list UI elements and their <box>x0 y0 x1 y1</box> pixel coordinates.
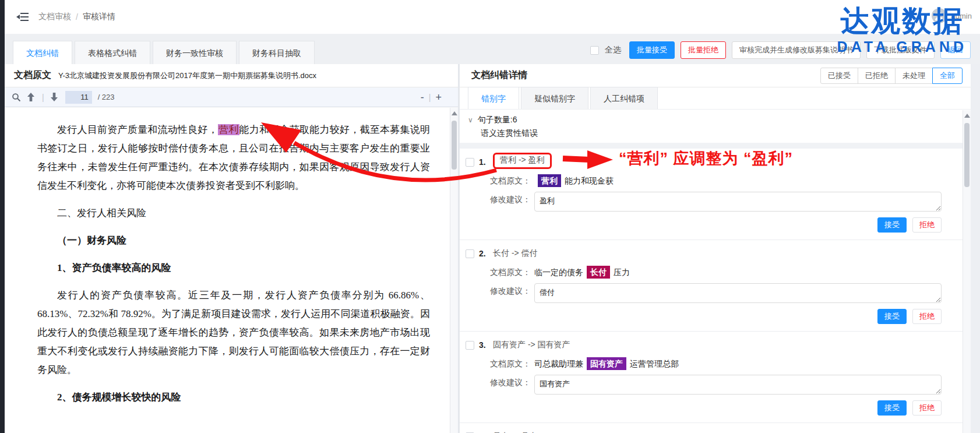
back-button[interactable]: 返回 <box>940 41 971 59</box>
zoom-out-button[interactable]: - <box>421 92 424 103</box>
doc-paragraph-1: 发行人目前资产质量和流动性良好，营利能力和现金获取能力较好，截至本募集说明书签订… <box>37 121 430 195</box>
breadcrumb-doc-review[interactable]: 文档审核 <box>38 12 71 22</box>
accept-button[interactable]: 接受 <box>877 217 907 233</box>
item-checkbox[interactable] <box>466 341 474 350</box>
tab-financial-consistency[interactable]: 财务一致性审核 <box>153 41 237 64</box>
document-panel-title: 文档原文 <box>14 69 51 82</box>
review-tabs: 错别字 疑似错别字 人工纠错项 <box>460 87 971 110</box>
batch-reject-button[interactable]: 批量拒绝 <box>681 41 726 59</box>
finish-generate-button[interactable]: 审核完成并生成修改版募集说明书 <box>732 41 861 59</box>
suggestion-label: 修改建议： <box>490 192 534 207</box>
tab-manual-corrections[interactable]: 人工纠错项 <box>590 87 658 109</box>
page-down-icon[interactable] <box>50 93 59 102</box>
scroll-up-arrow-icon[interactable] <box>964 114 970 118</box>
error-type-label: 语义连贯性错误 <box>481 126 963 139</box>
tab-typos[interactable]: 错别字 <box>468 87 519 109</box>
original-context: 司总裁助理兼固有资产运营管理总部 <box>534 356 679 371</box>
review-scrollbar-thumb[interactable] <box>964 123 970 187</box>
zoom-controls: - | + <box>421 92 451 103</box>
error-highlight: 长付 <box>587 266 610 279</box>
chevron-down-icon[interactable]: ∨ <box>468 116 473 124</box>
reject-button[interactable]: 拒绝 <box>912 309 942 324</box>
doc-heading-4: 2、债务规模增长较快的风险 <box>57 388 430 407</box>
correction-text: 营利 -> 盈利 <box>493 153 552 169</box>
original-label: 文档原文： <box>490 265 534 280</box>
document-content: 发行人目前资产质量和流动性良好，营利能力和现金获取能力较好，截至本募集说明书签订… <box>5 108 450 433</box>
document-panel: 文档原文 Y-3北京城建投资发展股份有限公司2017年度第一期中期票据募集说明书… <box>5 64 458 433</box>
username: admin <box>951 12 972 20</box>
doc-heading-1: 二、发行人相关风险 <box>57 204 430 223</box>
error-highlight: 固有资产 <box>587 357 626 370</box>
collapsed-sidebar <box>0 0 5 433</box>
document-filename: Y-3北京城建投资发展股份有限公司2017年度第一期中期票据募集说明书.docx <box>58 71 316 81</box>
select-all-label: 全选 <box>605 45 621 55</box>
filter-all[interactable]: 全部 <box>932 68 963 84</box>
batch-accept-button[interactable]: 批量接受 <box>629 41 675 59</box>
main-content: 文档原文 Y-3北京城建投资发展股份有限公司2017年度第一期中期票据募集说明书… <box>5 64 980 433</box>
review-scrollbar[interactable] <box>963 110 971 433</box>
tab-suspected-typos[interactable]: 疑似错别字 <box>521 87 588 109</box>
accept-button[interactable]: 接受 <box>877 309 907 324</box>
original-label: 文档原文： <box>490 173 534 188</box>
correction-text: 固有资产 -> 国有资产 <box>493 340 570 350</box>
filter-rejected[interactable]: 已拒绝 <box>858 68 896 84</box>
reject-button[interactable]: 拒绝 <box>912 400 942 416</box>
doc-heading-3: 1、资产负债率较高的风险 <box>57 259 430 277</box>
item-checkbox[interactable] <box>466 158 474 167</box>
item-checkbox[interactable] <box>466 249 474 258</box>
doc-heading-2: （一）财务风险 <box>57 231 430 250</box>
zoom-in-button[interactable]: + <box>435 92 442 103</box>
suggestion-input[interactable]: 盈利 <box>534 192 942 212</box>
main-tabs: 文档纠错 表格格式纠错 财务一致性审核 财务科目抽取 <box>13 41 317 64</box>
error-highlight: 营利 <box>538 174 561 187</box>
review-panel: 文档纠错详情 已接受 已拒绝 未处理 全部 错别字 疑似错别字 人工纠错项 ∨ … <box>460 64 971 433</box>
review-panel-title: 文档纠错详情 <box>471 69 527 82</box>
scroll-up-arrow-icon[interactable] <box>452 111 457 115</box>
suggestion-input[interactable]: 国有资产 <box>534 375 942 395</box>
correction-group-header: ∨ 句子数量:6 语义连贯性错误 <box>460 110 963 139</box>
group-divider <box>460 143 963 149</box>
top-header: 文档审核 / 审核详情 admin <box>5 0 980 34</box>
page-up-icon[interactable] <box>27 93 36 102</box>
correction-item-2: 2. 长付 -> 偿付 文档原文： 临一定的债务长付压力 修改建议： 偿付 接受… <box>460 240 963 332</box>
correction-item-1: 1. 营利 -> 盈利 文档原文： 营利能力和现金获 修改建议： 盈利 接受 拒… <box>460 149 963 240</box>
filter-accepted[interactable]: 已接受 <box>820 68 858 84</box>
document-scrollbar[interactable] <box>450 108 458 433</box>
suggestion-label: 修改建议： <box>490 283 534 298</box>
document-scrollbar-thumb[interactable] <box>452 121 457 170</box>
correction-item-3: 3. 固有资产 -> 国有资产 文档原文： 司总裁助理兼固有资产运营管理总部 修… <box>460 332 963 423</box>
document-toolbar: | / 223 - | + <box>5 87 458 107</box>
document-panel-header: 文档原文 Y-3北京城建投资发展股份有限公司2017年度第一期中期票据募集说明书… <box>5 64 458 87</box>
breadcrumb-review-detail: 审核详情 <box>83 12 115 22</box>
page-number-input[interactable] <box>65 91 92 104</box>
page-total: / 223 <box>98 93 115 101</box>
review-panel-header: 文档纠错详情 已接受 已拒绝 未处理 全部 <box>460 64 971 87</box>
breadcrumb: 文档审核 / 审核详情 <box>38 12 115 22</box>
correction-item-4: 4. 且有 -> 具有 文档原文： 且有丰富的公开市 修改建议： 具有 <box>460 423 963 433</box>
select-all-checkbox[interactable] <box>590 46 599 55</box>
original-context: 临一定的债务长付压力 <box>534 265 630 280</box>
tab-table-format[interactable]: 表格格式纠错 <box>75 41 150 64</box>
avatar <box>932 8 947 23</box>
tab-doc-correction[interactable]: 文档纠错 <box>13 41 72 64</box>
filter-pending[interactable]: 未处理 <box>895 68 933 84</box>
tab-financial-subject[interactable]: 财务科目抽取 <box>239 41 315 64</box>
toolbar-separator: | <box>42 93 44 102</box>
sentence-count: 句子数量:6 <box>478 115 517 125</box>
user-area[interactable]: admin <box>932 8 972 23</box>
status-filter-group: 已接受 已拒绝 未处理 全部 <box>820 68 963 84</box>
accept-button[interactable]: 接受 <box>877 400 907 416</box>
reject-button[interactable]: 拒绝 <box>912 217 942 233</box>
correction-list: ∨ 句子数量:6 语义连贯性错误 1. 营利 -> 盈利 文档原文： 营 <box>460 110 963 433</box>
menu-fold-icon[interactable] <box>16 12 29 22</box>
tab-row: 文档纠错 表格格式纠错 财务一致性审核 财务科目抽取 全选 批量接受 批量拒绝 … <box>5 34 980 64</box>
download-annotated-button[interactable]: 下载批注版文件 <box>866 41 935 59</box>
top-actions: 全选 批量接受 批量拒绝 审核完成并生成修改版募集说明书 下载批注版文件 返回 <box>590 41 971 64</box>
suggestion-input[interactable]: 偿付 <box>534 283 942 303</box>
suggestion-label: 修改建议： <box>490 375 534 390</box>
search-icon[interactable] <box>12 93 21 102</box>
item-number: 2. <box>479 249 488 258</box>
doc-error-highlight: 营利 <box>218 124 239 135</box>
doc-paragraph-2: 发行人的资产负债率较高。近三年及一期，发行人资产负债率分别为 66.86%、68… <box>37 286 430 379</box>
page-scroll-gutter <box>971 64 980 433</box>
